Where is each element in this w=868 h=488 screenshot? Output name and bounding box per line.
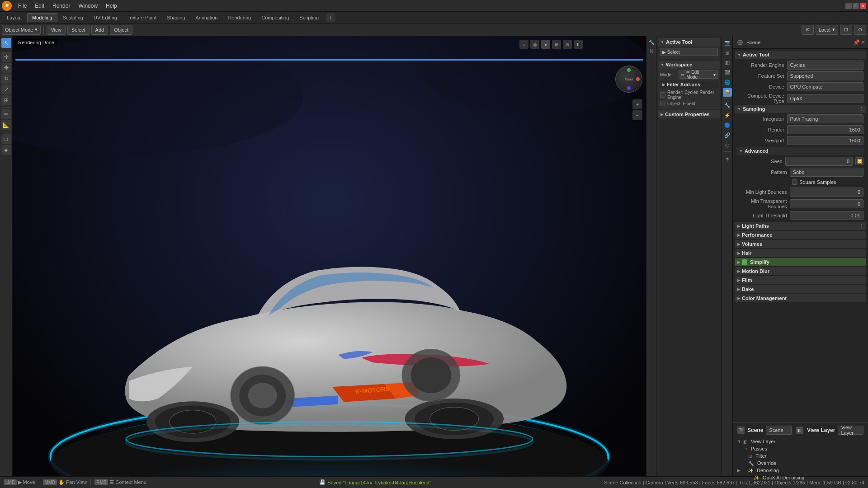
min-transparent-bounces-value[interactable]: 0	[790, 199, 863, 208]
compute-device-value[interactable]: OptiX	[787, 94, 863, 103]
tab-shading[interactable]: Shading	[162, 13, 190, 22]
minimize-button[interactable]: ─	[845, 3, 852, 9]
panel-close-icon[interactable]: ✕	[861, 39, 865, 46]
motion-blur-header[interactable]: ▶ Motion Blur	[735, 267, 866, 275]
light-paths-header[interactable]: ▶ Light Paths ⋮	[735, 222, 866, 230]
tab-animation[interactable]: Animation	[191, 13, 223, 22]
move-tool-button[interactable]: ✥	[1, 63, 11, 73]
integrator-value[interactable]: Path Tracing	[787, 114, 863, 123]
annotate-tool-button[interactable]: ✏	[1, 109, 11, 119]
feature-set-value[interactable]: Supported	[787, 71, 863, 80]
orientation-dropdown[interactable]: Local ▾	[816, 25, 838, 35]
viewport-shading-solid[interactable]: ○	[519, 40, 528, 49]
menu-render[interactable]: Render	[49, 2, 74, 10]
maximize-button[interactable]: □	[853, 3, 859, 9]
render-engine-value[interactable]: Cycles	[787, 61, 863, 70]
panel-pin-icon[interactable]: 📌	[853, 39, 860, 46]
sampling-extra-icon[interactable]: ⋮	[859, 107, 863, 112]
select-menu-button[interactable]: Select	[67, 25, 90, 35]
material-icon[interactable]: ◈	[723, 154, 732, 163]
add-menu-button[interactable]: Add	[91, 25, 108, 35]
viewport-overlay-toggle[interactable]: ⊞	[552, 40, 561, 49]
object-fluent-checkbox[interactable]	[660, 101, 665, 106]
device-value[interactable]: GPU Compute	[787, 82, 863, 91]
view-layer-name-field[interactable]: View Layer	[838, 426, 863, 435]
film-header[interactable]: ▶ Film	[735, 276, 866, 284]
world-properties-icon[interactable]: 🌐	[723, 78, 732, 87]
viewport-gizmo-toggle[interactable]: ⊙	[563, 40, 572, 49]
view-layer-tree-item[interactable]: ▼ ◧ View Layer	[735, 438, 866, 445]
mode-dropdown[interactable]: ✏ ✏ Edit Mode ▾	[679, 70, 718, 79]
light-paths-extra[interactable]: ⋮	[859, 224, 863, 229]
add-extra-button[interactable]: ◈	[1, 145, 11, 155]
volumes-header[interactable]: ▶ Volumes	[735, 240, 866, 248]
custom-properties-header[interactable]: ▶ Custom Properties	[658, 110, 720, 118]
pattern-value[interactable]: Sobol	[790, 168, 863, 177]
tab-texture-paint[interactable]: Texture Paint	[123, 13, 161, 22]
color-management-header[interactable]: ▶ Color Management	[735, 294, 866, 302]
active-tool-header[interactable]: ▼ Active Tool	[658, 38, 720, 46]
snap-toggle[interactable]: ⊡	[840, 25, 852, 35]
scene-properties-icon[interactable]: 🎬	[723, 68, 732, 77]
tab-scripting[interactable]: Scripting	[294, 13, 324, 22]
particles-icon[interactable]: ⚡	[723, 111, 732, 120]
passes-tree-item[interactable]: ≡ Passes	[735, 445, 866, 452]
sampling-header[interactable]: ▼ Sampling ⋮	[735, 105, 866, 113]
viewport[interactable]: K-MOTORS Rendering Done ○ ◎ ● ⊞ ⊙ ⏸ Fron…	[13, 36, 646, 476]
scale-tool-button[interactable]: ⤢	[1, 84, 11, 94]
object-data-icon[interactable]: ◎	[723, 141, 732, 150]
select-tool-button[interactable]: ↖	[1, 38, 11, 48]
seed-value[interactable]: 0	[785, 157, 853, 166]
rotate-tool-button[interactable]: ↻	[1, 74, 11, 84]
tab-sculpting[interactable]: Sculpting	[58, 13, 88, 22]
render-samples-value[interactable]: 1600	[787, 125, 863, 134]
workspace-header[interactable]: ▼ Workspace	[658, 61, 720, 69]
seed-random-button[interactable]: 🔀	[855, 157, 863, 165]
viewport-shading-rendered[interactable]: ●	[541, 40, 550, 49]
tab-rendering[interactable]: Rendering	[223, 13, 256, 22]
menu-edit[interactable]: Edit	[31, 2, 48, 10]
tab-layout[interactable]: Layout	[2, 13, 27, 22]
viewport-shading-material[interactable]: ◎	[530, 40, 539, 49]
performance-header[interactable]: ▶ Performance	[735, 231, 866, 239]
advanced-header[interactable]: ▼ Advanced	[736, 147, 864, 155]
view-menu-button[interactable]: View	[47, 25, 66, 35]
menu-help[interactable]: Help	[102, 2, 121, 10]
filter-tree-item[interactable]: ⊡ Filter	[735, 452, 866, 460]
output-properties-icon[interactable]: 🖨	[723, 48, 732, 57]
select-tool-dropdown[interactable]: ▶ Select	[660, 48, 718, 56]
render-cycles-checkbox[interactable]	[660, 92, 665, 98]
pivot-button[interactable]: ⊙	[802, 25, 814, 35]
physics-icon[interactable]: 🔵	[723, 121, 732, 130]
add-cube-button[interactable]: □	[1, 134, 11, 144]
active-tool-prop-header[interactable]: ▼ Active Tool	[735, 51, 866, 59]
scene-name-field[interactable]: Scene	[766, 426, 792, 435]
tab-uv-editing[interactable]: UV Editing	[89, 13, 122, 22]
measure-tool-button[interactable]: 📐	[1, 120, 11, 130]
square-samples-checkbox[interactable]	[792, 179, 797, 185]
viewport-n-toggle[interactable]: N	[647, 47, 656, 55]
viewport-tools-toggle[interactable]: 🔧	[647, 38, 656, 46]
min-light-bounces-value[interactable]: 0	[790, 188, 863, 197]
simplify-header[interactable]: ▶ Simplify	[735, 258, 866, 266]
add-workspace-button[interactable]: +	[326, 13, 335, 22]
zoom-in-button[interactable]: +	[632, 99, 642, 109]
navigation-ball[interactable]: Front	[615, 66, 642, 93]
bake-header[interactable]: ▶ Bake	[735, 285, 866, 293]
cursor-tool-button[interactable]: ✛	[1, 52, 11, 62]
filter-addons-header[interactable]: ▶ Filter Add-ons	[660, 80, 718, 89]
zoom-out-button[interactable]: −	[632, 110, 642, 120]
menu-file[interactable]: File	[14, 2, 30, 10]
view-layer-properties-icon[interactable]: ◧	[723, 58, 732, 67]
transform-tool-button[interactable]: ⊞	[1, 95, 11, 105]
denoising-tree-item[interactable]: ▶ ✨ Denoising	[735, 467, 866, 474]
render-properties-icon[interactable]: 📷	[723, 38, 732, 47]
viewport-samples-value[interactable]: 1600	[787, 136, 863, 145]
menu-window[interactable]: Window	[75, 2, 101, 10]
navigation-gizmo[interactable]: Front	[615, 66, 642, 93]
object-menu-button[interactable]: Object	[110, 25, 132, 35]
object-properties-icon[interactable]: 📦	[723, 88, 732, 97]
close-button[interactable]: ✕	[860, 3, 866, 9]
pause-render-button[interactable]: ⏸	[574, 40, 583, 49]
object-mode-dropdown[interactable]: Object Mode ▾	[2, 25, 41, 35]
